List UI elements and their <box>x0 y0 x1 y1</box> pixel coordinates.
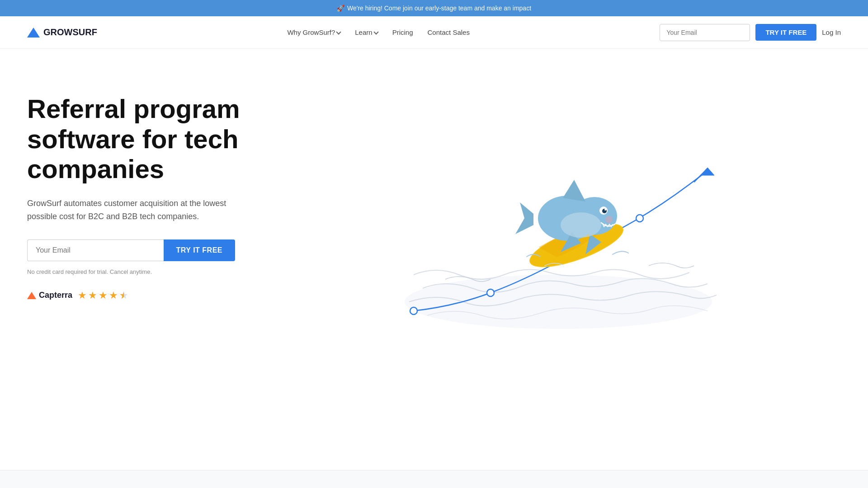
star-rating: ★ ★ ★ ★ ★★ <box>78 290 128 301</box>
nav-learn-label: Learn <box>355 28 372 36</box>
star-2: ★ <box>88 290 97 301</box>
svg-point-4 <box>636 215 643 222</box>
chevron-down-icon <box>373 29 378 34</box>
nav-why-label: Why GrowSurf? <box>287 28 335 36</box>
nav-links: Why GrowSurf? Learn Pricing Contact Sale… <box>282 25 475 40</box>
announcement-bar: 🚀 We're hiring! Come join our early-stag… <box>0 0 868 16</box>
nav-pricing-label: Pricing <box>392 28 413 36</box>
hero-title: Referral program software for tech compa… <box>27 94 276 184</box>
announcement-icon: 🚀 <box>337 5 344 12</box>
nav-try-free-button[interactable]: TRY IT FREE <box>755 24 816 41</box>
svg-point-15 <box>561 212 601 238</box>
logo-text: GROWSURF <box>43 27 97 38</box>
hero-subtitle: GrowSurf automates customer acquisition … <box>27 197 244 223</box>
capterra-label: Capterra <box>39 291 72 300</box>
hero-illustration <box>276 85 841 333</box>
hero-cta-row: TRY IT FREE <box>27 239 235 261</box>
nav-contact-label: Contact Sales <box>428 28 470 36</box>
nav-pricing[interactable]: Pricing <box>387 25 419 40</box>
nav-login-link[interactable]: Log In <box>822 28 841 36</box>
svg-point-2 <box>487 289 494 296</box>
logo[interactable]: GROWSURF <box>27 27 97 38</box>
svg-point-14 <box>605 216 613 223</box>
nav-why-growsurf[interactable]: Why GrowSurf? <box>282 25 346 40</box>
nav-learn[interactable]: Learn <box>349 25 383 40</box>
capterra-icon <box>27 292 36 299</box>
svg-point-13 <box>604 209 606 211</box>
nav-contact-sales[interactable]: Contact Sales <box>422 25 475 40</box>
hero-content: Referral program software for tech compa… <box>27 85 276 301</box>
logo-triangle-icon <box>27 28 40 38</box>
star-5: ★★ <box>119 290 128 301</box>
announcement-text: We're hiring! Come join our early-stage … <box>347 5 531 12</box>
hero-email-input[interactable] <box>27 239 164 261</box>
hero-svg <box>400 85 717 333</box>
star-1: ★ <box>78 290 87 301</box>
capterra-rating: Capterra ★ ★ ★ ★ ★★ <box>27 290 276 301</box>
hero-section: Referral program software for tech compa… <box>0 49 868 486</box>
star-4: ★ <box>109 290 118 301</box>
nav-email-input[interactable] <box>660 24 750 41</box>
hero-try-free-button[interactable]: TRY IT FREE <box>164 239 235 261</box>
navbar: GROWSURF Why GrowSurf? Learn Pricing Con… <box>0 16 868 49</box>
svg-point-1 <box>410 307 417 314</box>
capterra-logo: Capterra <box>27 291 72 300</box>
svg-point-0 <box>405 275 712 329</box>
nav-right: TRY IT FREE Log In <box>660 24 841 41</box>
chevron-down-icon <box>336 29 341 34</box>
star-3: ★ <box>99 290 108 301</box>
footer-bar <box>0 470 868 486</box>
no-credit-card-text: No credit card required for trial. Cance… <box>27 268 276 275</box>
